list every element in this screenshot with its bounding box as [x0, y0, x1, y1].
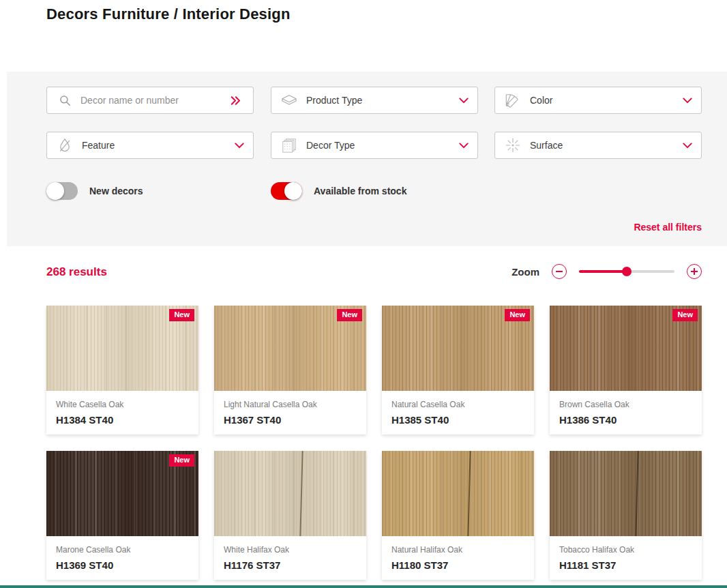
- decor-swatch-image: New: [214, 451, 366, 536]
- decor-swatch-image: New: [46, 451, 198, 536]
- dropdown-feature[interactable]: Feature: [46, 132, 254, 159]
- decor-card-info: Tobacco Halifax Oak H1181 ST37: [550, 536, 702, 580]
- new-badge: New: [169, 309, 194, 321]
- droplet-icon: [56, 137, 74, 153]
- zoom-slider[interactable]: [579, 267, 674, 276]
- decor-card[interactable]: New Light Natural Casella Oak H1367 ST40: [214, 306, 366, 435]
- decor-card-info: Light Natural Casella Oak H1367 ST40: [214, 391, 366, 435]
- toggle-group-available-from-stock: Available from stock: [271, 182, 406, 200]
- chevron-down-icon: [683, 143, 692, 149]
- zoom-in-icon[interactable]: [687, 264, 702, 279]
- decor-card[interactable]: New Natural Halifax Oak H1180 ST37: [382, 451, 534, 580]
- new-badge: New: [505, 309, 530, 321]
- zoom-out-icon[interactable]: [552, 264, 567, 279]
- dropdown-surface[interactable]: Surface: [494, 132, 702, 159]
- decor-card[interactable]: New Tobacco Halifax Oak H1181 ST37: [550, 451, 702, 580]
- color-fan-icon: [504, 92, 522, 108]
- zoom-label: Zoom: [511, 266, 539, 278]
- search-box: [46, 87, 254, 114]
- chevron-down-icon: [459, 143, 469, 149]
- decor-name: Tobacco Halifax Oak: [559, 545, 692, 555]
- decor-swatch-image: New: [214, 306, 366, 391]
- search-submit-double-chevron-icon[interactable]: [226, 95, 244, 106]
- new-decors-toggle[interactable]: [46, 182, 78, 200]
- decor-code: H1385 ST40: [391, 414, 524, 426]
- decor-swatch-image: New: [46, 306, 198, 391]
- toggle-knob: [46, 182, 64, 200]
- new-badge: New: [169, 454, 194, 467]
- toggle-label: New decors: [89, 186, 143, 196]
- dropdown-decor-type[interactable]: Decor Type: [271, 132, 478, 159]
- new-badge: New: [337, 309, 362, 321]
- decor-card-info: Natural Halifax Oak H1180 ST37: [382, 536, 534, 580]
- decor-card[interactable]: New Natural Casella Oak H1385 ST40: [382, 306, 534, 435]
- chevron-down-icon: [683, 98, 692, 104]
- decor-name: Light Natural Casella Oak: [224, 400, 357, 409]
- board-icon: [280, 93, 298, 108]
- filter-panel: Product Type Color Feature: [7, 72, 727, 246]
- decor-swatch-image: New: [550, 451, 702, 536]
- decor-card-info: Brown Casella Oak H1386 ST40: [550, 391, 702, 435]
- decor-code: H1386 ST40: [559, 414, 692, 426]
- decor-swatch-image: New: [382, 451, 534, 536]
- dropdown-label: Color: [530, 95, 552, 106]
- decor-swatch-image: New: [550, 306, 702, 391]
- decor-name: White Casella Oak: [56, 400, 189, 409]
- dropdown-color[interactable]: Color: [494, 87, 702, 114]
- decor-code: H1181 ST37: [559, 559, 692, 571]
- dropdown-product-type[interactable]: Product Type: [271, 87, 478, 114]
- page-title: Decors Furniture / Interior Design: [46, 5, 291, 23]
- decor-swatch-image: New: [382, 306, 534, 391]
- bottom-section-divider: [0, 585, 727, 588]
- decor-card-info: Marone Casella Oak H1369 ST40: [46, 536, 198, 580]
- toggle-knob: [284, 182, 302, 200]
- decor-code: H1384 ST40: [56, 414, 189, 426]
- zoom-slider-knob[interactable]: [622, 267, 632, 276]
- decor-card[interactable]: New Brown Casella Oak H1386 ST40: [550, 306, 702, 435]
- decor-card-info: Natural Casella Oak H1385 ST40: [382, 391, 534, 435]
- page: Decors Furniture / Interior Design Produ…: [0, 0, 727, 588]
- decor-code: H1369 ST40: [56, 559, 189, 571]
- sparkle-icon: [504, 137, 522, 153]
- dropdown-label: Decor Type: [306, 140, 355, 151]
- available-from-stock-toggle[interactable]: [271, 182, 302, 200]
- decor-name: Natural Halifax Oak: [391, 545, 524, 555]
- dropdown-label: Feature: [82, 140, 115, 151]
- decor-name: Brown Casella Oak: [559, 400, 692, 409]
- decor-name: White Halifax Oak: [224, 545, 357, 555]
- search-icon: [56, 94, 74, 107]
- dropdown-label: Product Type: [306, 95, 362, 106]
- decor-code: H1180 ST37: [391, 559, 524, 571]
- sheets-icon: [280, 137, 298, 153]
- new-badge: New: [672, 309, 698, 321]
- decor-card[interactable]: New White Casella Oak H1384 ST40: [46, 306, 198, 435]
- chevron-down-icon: [459, 98, 469, 104]
- toggle-label: Available from stock: [314, 186, 406, 196]
- decor-name: Marone Casella Oak: [56, 545, 189, 555]
- decor-card-info: White Halifax Oak H1176 ST37: [214, 536, 366, 580]
- toggle-group-new-decors: New decors: [46, 182, 143, 200]
- decor-name: Natural Casella Oak: [391, 400, 524, 409]
- search-input[interactable]: [80, 95, 220, 106]
- decor-card-info: White Casella Oak H1384 ST40: [46, 391, 198, 435]
- chevron-down-icon: [235, 143, 244, 149]
- reset-all-filters-link[interactable]: Reset all filters: [634, 222, 702, 233]
- decor-card[interactable]: New Marone Casella Oak H1369 ST40: [46, 451, 198, 580]
- zoom-control: Zoom: [511, 264, 702, 279]
- zoom-slider-fill: [579, 270, 627, 273]
- dropdown-label: Surface: [530, 140, 563, 151]
- decor-code: H1367 ST40: [224, 414, 357, 426]
- results-count: 268 results: [46, 265, 107, 279]
- decor-card[interactable]: New White Halifax Oak H1176 ST37: [214, 451, 366, 580]
- decor-code: H1176 ST37: [224, 559, 357, 571]
